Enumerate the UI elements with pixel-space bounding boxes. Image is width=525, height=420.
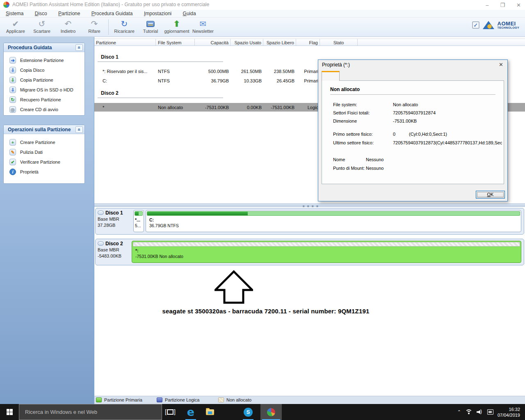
brand-area: ✓ AOMEI TECHNOLOGY [472,21,519,29]
undo-button[interactable]: ↶ Indietro [55,19,81,34]
toolbar-separator [108,19,109,35]
store-taskbar-button[interactable] [223,404,237,420]
app-icon [3,2,9,8]
sidebar-item-migrare-os[interactable]: ⇩ Migrare OS in SSD o HDD [4,85,84,95]
sidebar-item-estensione-partizione[interactable]: ➔ Estensione Partizione [4,55,84,65]
disk1-info: Disco 1 Base MBR 37.28GB [98,210,132,228]
file-explorer-icon [206,409,214,415]
restore-button[interactable]: ❐ [500,2,505,8]
dialog-content: Non allocato File system: Non allocato S… [322,80,504,184]
annotation-text: seagate st 3500320as - barracuda 7200.11… [139,308,393,315]
field-nome: Nome Nessuno [322,157,502,164]
field-file-system: File system: Non allocato [322,102,502,109]
close-button[interactable]: ✕ [516,2,521,8]
aomei-backupper-taskbar-button[interactable]: S [241,404,255,420]
newsletter-button[interactable]: ✉ Newsletter [190,19,216,34]
file-explorer-taskbar-button[interactable] [203,404,217,420]
minimize-button[interactable]: – [486,2,488,8]
table-header: Partizione File System Capacità Spazio U… [94,39,525,46]
taskbar-search-input[interactable]: Ricerca in Windows e nel Web [19,404,162,420]
menu-partizione[interactable]: Partizione [54,10,84,16]
field-primo-settore: Primo settore fisico: 0 (Cyl:0,Hd:0,Sect… [322,132,502,138]
checkbox-icon: ✓ [472,21,479,29]
redo-button[interactable]: ↷ Rifare [81,19,107,34]
menu-sistema[interactable]: Sistema [2,10,27,16]
panel-header-procedura-guidata[interactable]: Procedura Guidata « [4,43,84,52]
dialog-close-icon[interactable]: ✕ [499,62,503,68]
recover-partition-icon: ↻ [9,96,16,103]
col-stato[interactable]: Stato [320,39,358,46]
wifi-icon[interactable] [465,409,472,415]
disk-icon [98,210,104,215]
col-spazio-libero[interactable]: Spazio Libero [263,39,296,46]
redo-icon: ↷ [81,19,107,29]
title-bar: AOMEI Partition Assistant Home Edition (… [0,0,525,10]
legend-primary-partition: Partizione Primaria [96,397,142,402]
partition-assistant-icon [267,408,275,416]
start-button[interactable] [0,404,19,420]
menu-procedura-guidata[interactable]: Procedura Guidata [87,10,137,16]
dialog-tab[interactable] [322,71,340,81]
migrate-os-icon: ⇩ [9,87,16,93]
create-partition-icon: + [9,139,16,146]
logical-partition-color-icon [157,397,162,402]
col-capacita[interactable]: Capacità [195,39,231,46]
sidebar-item-proprieta[interactable]: i Proprietà [4,167,84,177]
tray-chevron-icon[interactable]: ⌃ [457,409,461,415]
sidebar-item-pulizia-dati[interactable]: ✎ Pulizia Dati [4,147,84,157]
usage-bar [135,211,143,216]
task-view-button[interactable] [163,404,177,420]
menu-disco[interactable]: Disco [31,10,51,16]
collapse-chevron-icon[interactable]: « [75,126,83,133]
apply-check-icon: ✔ [2,19,29,29]
disk1-panel: Disco 1 Base MBR 37.28GB *... 5... C: 36… [95,208,524,235]
sidebar-item-copia-partizione[interactable]: ⇩ Copia Partizione [4,75,84,85]
disk2-info: Disco 2 Base MBR -5483.00KB [98,241,132,259]
sidebar-item-recupero-partizione[interactable]: ↻ Recupero Partizione [4,95,84,105]
copy-disk-icon: ⇩ [9,67,16,73]
panel-header-operazioni-partizione[interactable]: Operazioni sulla Partizione « [4,125,84,134]
menu-guida[interactable]: Guida [179,10,200,16]
aomei-partition-assistant-taskbar-button[interactable] [260,404,282,420]
col-file-system[interactable]: File System [156,39,195,46]
unallocated-bar [133,242,520,247]
tutorial-button[interactable]: Tutorial [137,19,164,34]
copy-partition-icon: ⇩ [9,77,16,83]
sidebar-item-creare-cd-avvio[interactable]: ◎ Creare CD di avvio [4,105,84,114]
disk2-partition-unallocated[interactable]: *: -7531.00KB Non allocato [132,241,521,263]
sidebar-item-copia-disco[interactable]: ⇩ Copia Disco [4,65,84,75]
disk2-panel: Disco 2 Base MBR -5483.00KB *: -7531.00K… [95,239,524,265]
action-center-icon[interactable] [487,409,493,415]
edge-taskbar-button[interactable]: e [184,404,198,420]
menu-impostazioni[interactable]: Impostazioni [140,10,176,16]
up-arrow-annotation-icon [215,270,253,304]
splitter-handle[interactable]: ■ ■ ■ ■ [94,203,525,207]
disk1-partition-reserved[interactable]: *... 5... [133,210,144,232]
mail-icon: ✉ [190,19,216,29]
upgrade-button[interactable]: ⬆ ggiornament [164,19,190,34]
aomei-logo-icon [483,21,494,29]
sidebar-item-verificare-partizione[interactable]: ✔ Verificare Partizione [4,157,84,167]
unallocated-color-icon [218,397,224,402]
col-partizione[interactable]: Partizione [94,39,156,46]
upgrade-icon: ⬆ [164,19,190,29]
check-partition-icon: ✔ [9,159,16,165]
speaker-icon[interactable] [477,409,483,415]
discard-button[interactable]: ↺ Scartare [29,19,55,34]
refresh-icon: ↻ [111,19,137,29]
properties-dialog: Proprietà (*:) ✕ Non allocato File syste… [318,59,508,201]
collapse-chevron-icon[interactable]: « [75,44,83,51]
panel-operazioni-partizione: Operazioni sulla Partizione « + Creare P… [3,125,85,184]
taskbar-clock[interactable]: 16:32 07/04/2019 [498,406,522,418]
col-spazio-usato[interactable]: Spazio Usato [231,39,263,46]
properties-info-icon: i [9,169,16,175]
dialog-title-bar: Proprietà (*:) ✕ [318,60,507,69]
apply-button[interactable]: ✔ Applicare [2,19,29,34]
col-flag[interactable]: Flag [296,39,320,46]
reload-button[interactable]: ↻ Ricaricare [111,19,137,34]
disk1-partition-c[interactable]: C: 36.79GB NTFS [146,210,521,232]
sidebar-item-creare-partizione[interactable]: + Creare Partizione [4,137,84,147]
edge-icon: e [187,406,194,418]
ok-button[interactable]: OK [476,191,505,199]
task-view-icon [167,409,173,415]
